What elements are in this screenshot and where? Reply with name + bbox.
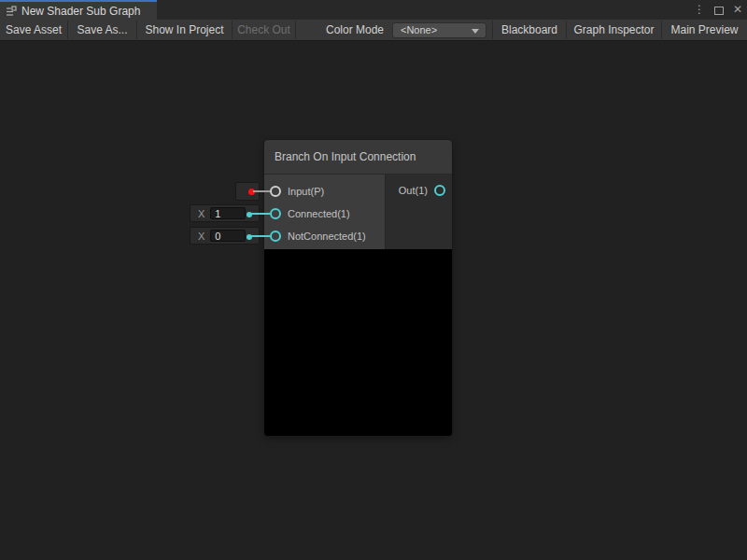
save-as-button[interactable]: Save As... xyxy=(68,20,136,40)
graph-inspector-toggle-button[interactable]: Graph Inspector xyxy=(567,20,661,40)
x-field-label: X xyxy=(198,208,204,219)
output-port-out-label: Out(1) xyxy=(399,183,428,198)
toolbar-divider xyxy=(295,21,296,39)
notconnected-value-field[interactable] xyxy=(210,230,246,242)
connected-value-field[interactable] xyxy=(210,207,246,219)
color-mode-value: <None> xyxy=(401,24,437,35)
notconnected-default-value-widget: X xyxy=(190,227,260,245)
node-branch-on-input-connection[interactable]: Branch On Input Connection Input(P) Conn… xyxy=(264,140,452,436)
input-port-notconnected-label: NotConnected(1) xyxy=(288,229,366,244)
close-icon[interactable]: ✕ xyxy=(733,0,742,20)
save-asset-button[interactable]: Save Asset xyxy=(0,20,67,40)
maximize-icon[interactable] xyxy=(714,2,724,19)
window-menu-icon[interactable]: ⋮ xyxy=(694,0,705,20)
sub-graph-asset-icon xyxy=(6,6,17,17)
window-controls: ⋮ ✕ xyxy=(694,0,742,20)
node-preview-area xyxy=(264,249,452,436)
show-in-project-button[interactable]: Show In Project xyxy=(137,20,232,40)
graph-canvas[interactable]: Branch On Input Connection Input(P) Conn… xyxy=(0,42,747,560)
x-field-label: X xyxy=(198,231,204,242)
tab-bar: New Shader Sub Graph ⋮ ✕ xyxy=(0,0,747,20)
edge-connected xyxy=(251,213,270,215)
blackboard-toggle-button[interactable]: Blackboard xyxy=(493,20,566,40)
connected-default-value-widget: X xyxy=(190,204,260,222)
input-port-input-icon[interactable] xyxy=(270,186,281,197)
maximize-box xyxy=(714,7,724,15)
edge-notconnected xyxy=(251,235,270,237)
input-port-connected-label: Connected(1) xyxy=(288,206,350,221)
check-out-button: Check Out xyxy=(233,20,295,40)
tab-title: New Shader Sub Graph xyxy=(21,5,140,18)
output-port-out-icon[interactable] xyxy=(434,185,445,196)
dropdown-arrow-icon xyxy=(472,29,479,34)
input-port-input-label: Input(P) xyxy=(288,184,324,199)
shader-graph-window: New Shader Sub Graph ⋮ ✕ Save Asset Save… xyxy=(0,0,747,560)
main-preview-toggle-button[interactable]: Main Preview xyxy=(662,20,747,40)
edge-input xyxy=(253,190,270,192)
tab-new-shader-sub-graph[interactable]: New Shader Sub Graph xyxy=(0,0,157,20)
node-title[interactable]: Branch On Input Connection xyxy=(264,140,452,175)
color-mode-dropdown[interactable]: <None> xyxy=(392,22,486,38)
input-port-connected-icon[interactable] xyxy=(270,208,281,219)
color-mode-label: Color Mode xyxy=(326,20,384,40)
input-port-notconnected-icon[interactable] xyxy=(270,231,281,242)
toolbar: Save Asset Save As... Show In Project Ch… xyxy=(0,20,747,41)
